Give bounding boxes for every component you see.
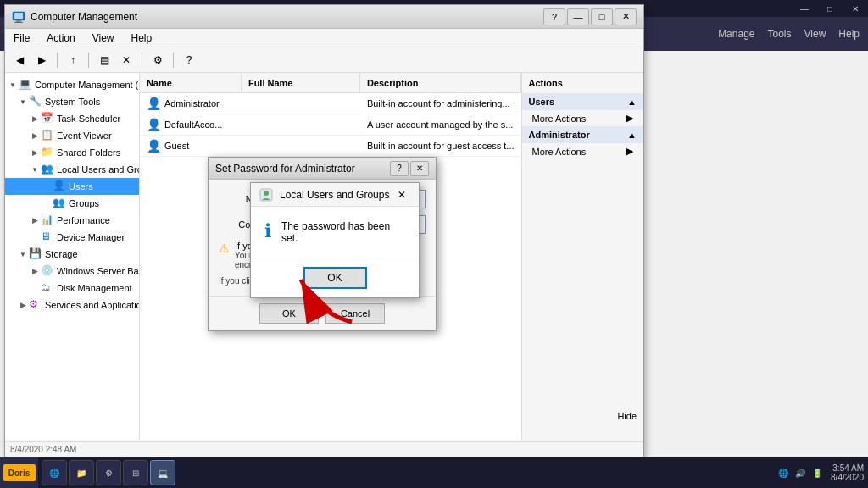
cm-actions-panel: Actions Users ▲ More Actions ▶ Administr… bbox=[521, 73, 643, 440]
system-tools-icon: 🔧 bbox=[29, 95, 42, 108]
cm-menu-view[interactable]: View bbox=[89, 30, 118, 46]
tree-toggle-root[interactable]: ▼ bbox=[7, 79, 19, 91]
services-icon: ⚙ bbox=[29, 298, 42, 312]
server-manager-nav-buttons: Manage Tools View Help bbox=[718, 28, 860, 40]
cm-close-btn[interactable]: ✕ bbox=[615, 8, 637, 25]
cm-menu-help[interactable]: Help bbox=[128, 30, 156, 46]
tree-toggle-perf[interactable]: ▶ bbox=[29, 214, 41, 226]
cm-toolbar-sep1 bbox=[57, 53, 58, 68]
tree-item-device-manager[interactable]: 🖥 Device Manager bbox=[5, 229, 139, 246]
cm-col-name[interactable]: Name bbox=[140, 73, 242, 92]
taskbar-item-ie[interactable]: 🌐 bbox=[42, 460, 67, 485]
actions-users-more[interactable]: More Actions ▶ bbox=[522, 110, 643, 126]
taskbar-item-taskview[interactable]: ⊞ bbox=[123, 460, 148, 485]
actions-section-administrator[interactable]: Administrator ▲ bbox=[522, 126, 643, 143]
cm-toolbar-sep2 bbox=[88, 53, 89, 68]
actions-admin-collapse[interactable]: ▲ bbox=[627, 130, 637, 140]
cm-col-description[interactable]: Description bbox=[360, 73, 521, 92]
taskbar-item-explorer[interactable]: 📁 bbox=[69, 460, 94, 485]
taskbar-item-settings[interactable]: ⚙ bbox=[96, 460, 121, 485]
cm-show-hide-btn[interactable]: ▤ bbox=[95, 51, 114, 69]
backup-icon: 💿 bbox=[41, 264, 54, 278]
tree-item-event-viewer[interactable]: ▶ 📋 Event Viewer bbox=[5, 127, 139, 144]
cm-help-btn[interactable]: ? bbox=[543, 8, 565, 25]
tree-item-local-users-groups[interactable]: ▼ 👥 Local Users and Groups bbox=[5, 161, 139, 178]
sound-icon: 🔊 bbox=[795, 469, 805, 478]
tree-item-root[interactable]: ▼ 💻 Computer Management (Local bbox=[5, 76, 139, 93]
cm-maximize-btn[interactable]: □ bbox=[591, 8, 613, 25]
settings-icon: ⚙ bbox=[105, 469, 113, 478]
lug-popup-ok-btn[interactable]: OK bbox=[303, 267, 367, 289]
start-button[interactable]: Doris bbox=[0, 458, 38, 488]
lug-popup-titlebar: Local Users and Groups ✕ bbox=[251, 183, 419, 207]
user-desc-guest: Built-in account for guest access t... bbox=[360, 139, 521, 152]
taskview-icon: ⊞ bbox=[132, 469, 139, 478]
tree-item-users[interactable]: 👤 Users bbox=[5, 178, 139, 195]
cm-forward-btn[interactable]: ▶ bbox=[32, 51, 51, 69]
tree-item-shared-folders[interactable]: ▶ 📁 Shared Folders bbox=[5, 144, 139, 161]
view-button[interactable]: View bbox=[804, 28, 826, 40]
taskbar-item-compmgmt[interactable]: 💻 bbox=[150, 460, 175, 485]
table-row[interactable]: 👤 Administrator Built-in account for adm… bbox=[140, 93, 521, 114]
tree-item-groups[interactable]: 👥 Groups bbox=[5, 195, 139, 212]
cm-up-btn[interactable]: ↑ bbox=[64, 51, 82, 69]
tree-item-performance[interactable]: ▶ 📊 Performance bbox=[5, 212, 139, 229]
actions-hide-link[interactable]: Hide bbox=[617, 411, 637, 421]
cm-menu-file[interactable]: File bbox=[10, 30, 33, 46]
tree-toggle-event[interactable]: ▶ bbox=[29, 130, 41, 141]
tree-toggle-backup[interactable]: ▶ bbox=[29, 265, 41, 277]
cm-minimize-btn[interactable]: — bbox=[567, 8, 589, 25]
table-row[interactable]: 👤 Guest Built-in account for guest acces… bbox=[140, 136, 521, 157]
task-scheduler-icon: 📅 bbox=[41, 112, 54, 125]
tree-toggle-groups bbox=[41, 197, 53, 209]
tools-button[interactable]: Tools bbox=[768, 28, 792, 40]
actions-users-collapse[interactable]: ▲ bbox=[627, 97, 637, 107]
tree-toggle-users bbox=[41, 180, 53, 192]
actions-users-more-label: More Actions bbox=[532, 114, 587, 124]
manage-button[interactable]: Manage bbox=[718, 28, 754, 40]
taskbar-clock[interactable]: 3:54 AM 8/4/2020 bbox=[831, 463, 864, 482]
tree-item-services[interactable]: ▶ ⚙ Services and Applications bbox=[5, 297, 139, 313]
tree-toggle-services[interactable]: ▶ bbox=[17, 299, 29, 311]
cm-menu-action[interactable]: Action bbox=[43, 30, 78, 46]
actions-title: Actions bbox=[522, 73, 643, 93]
server-manager-maximize[interactable]: □ bbox=[817, 0, 843, 17]
set-password-cancel-btn[interactable]: Cancel bbox=[326, 303, 385, 324]
tree-toggle-device bbox=[29, 231, 41, 243]
cm-help-toolbar-btn[interactable]: ? bbox=[180, 51, 198, 69]
tree-item-system-tools[interactable]: ▼ 🔧 System Tools bbox=[5, 93, 139, 110]
table-row[interactable]: 👤 DefaultAcco... A user account managed … bbox=[140, 114, 521, 136]
server-manager-minimize[interactable]: — bbox=[792, 0, 817, 17]
tree-toggle-system-tools[interactable]: ▼ bbox=[17, 96, 29, 108]
local-users-groups-popup: Local Users and Groups ✕ ℹ The password … bbox=[250, 182, 420, 298]
cm-statusbar: 8/4/2020 2:48 AM bbox=[5, 441, 643, 457]
cm-col-fullname[interactable]: Full Name bbox=[242, 73, 360, 92]
tree-toggle-shared[interactable]: ▶ bbox=[29, 147, 41, 158]
cm-toolbar-sep4 bbox=[173, 53, 174, 68]
set-password-close[interactable]: ✕ bbox=[410, 161, 429, 176]
tree-item-disk-management[interactable]: 🗂 Disk Management bbox=[5, 280, 139, 297]
compmgmt-taskbar-icon: 💻 bbox=[158, 469, 168, 478]
actions-section-users[interactable]: Users ▲ bbox=[522, 93, 643, 110]
set-password-help[interactable]: ? bbox=[390, 161, 409, 176]
set-password-ok-btn[interactable]: OK bbox=[259, 303, 319, 324]
users-icon: 👤 bbox=[53, 180, 66, 193]
taskbar: Doris 🌐 📁 ⚙ ⊞ 💻 🌐 🔊 🔋 3:54 AM 8/4/2020 bbox=[0, 458, 868, 488]
actions-admin-more[interactable]: More Actions ▶ bbox=[522, 143, 643, 159]
tree-item-storage[interactable]: ▼ 💾 Storage bbox=[5, 246, 139, 263]
tree-label-storage: Storage bbox=[45, 249, 78, 259]
user-name-default: DefaultAcco... bbox=[164, 119, 222, 130]
lug-popup-close-btn[interactable]: ✕ bbox=[393, 186, 410, 203]
tree-toggle-lug[interactable]: ▼ bbox=[29, 164, 41, 175]
cm-back-btn[interactable]: ◀ bbox=[10, 51, 29, 69]
tree-item-task-scheduler[interactable]: ▶ 📅 Task Scheduler bbox=[5, 110, 139, 127]
cm-delete-btn[interactable]: ✕ bbox=[117, 51, 136, 69]
tree-toggle-storage[interactable]: ▼ bbox=[17, 248, 29, 260]
cm-properties-btn[interactable]: ⚙ bbox=[148, 51, 167, 69]
tree-toggle-disk bbox=[29, 282, 41, 294]
tree-label-disk-management: Disk Management bbox=[57, 283, 132, 293]
tree-toggle-task[interactable]: ▶ bbox=[29, 113, 41, 125]
tree-item-backup[interactable]: ▶ 💿 Windows Server Backup bbox=[5, 263, 139, 280]
help-button[interactable]: Help bbox=[838, 28, 860, 40]
server-manager-close[interactable]: ✕ bbox=[843, 0, 868, 17]
